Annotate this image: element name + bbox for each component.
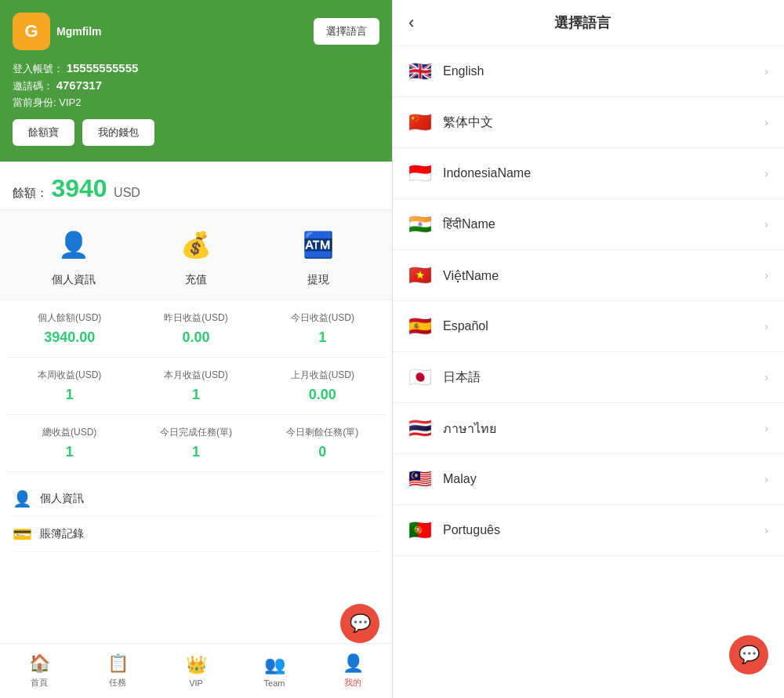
stat-label: 本周收益(USD) — [13, 369, 126, 382]
portuguese-flag: 🇵🇹 — [408, 519, 432, 541]
japanese-flag: 🇯🇵 — [408, 366, 432, 388]
hindi-arrow: › — [764, 218, 768, 231]
stat-cell-personal-balance: 個人餘額(USD) 3940.00 — [6, 300, 132, 358]
bottom-nav: 🏠 首頁 📋 任務 👑 VIP 👥 Team 👤 我的 — [0, 643, 392, 698]
home-nav-label: 首頁 — [31, 677, 48, 689]
stat-label: 昨日收益(USD) — [139, 311, 252, 325]
profile-icon: 👤 — [52, 223, 96, 267]
traditional-chinese-name: 繁体中文 — [443, 115, 764, 131]
transaction-records-label: 賬簿記錄 — [40, 527, 84, 541]
stat-value: 1 — [139, 444, 252, 460]
stat-label: 總收益(USD) — [13, 426, 126, 439]
nav-item-mine[interactable]: 👤 我的 — [314, 647, 392, 695]
lang-item-traditional-chinese[interactable]: 🇨🇳 繁体中文 › — [393, 97, 784, 148]
lang-item-japanese[interactable]: 🇯🇵 日本語 › — [393, 352, 784, 403]
hindi-name: हिंदीName — [443, 217, 764, 231]
back-button[interactable]: ‹ — [408, 13, 414, 33]
vip-row: 當前身份: VIP2 — [13, 96, 379, 110]
withdraw-label: 提現 — [307, 273, 329, 287]
lang-item-hindi[interactable]: 🇮🇳 हिंदीName › — [393, 199, 784, 250]
logo-text: Mgmfilm — [56, 25, 102, 38]
vietnamese-arrow: › — [764, 269, 768, 282]
nav-item-team[interactable]: 👥 Team — [235, 649, 314, 694]
english-flag: 🇬🇧 — [408, 60, 432, 82]
quick-action-recharge[interactable]: 💰 充值 — [135, 223, 257, 287]
menu-items: 👤 個人資訊 💳 賬簿記錄 — [0, 472, 392, 643]
chat-button-right[interactable]: 💬 — [729, 635, 768, 674]
lang-item-indonesia[interactable]: 🇮🇩 IndonesiaName › — [393, 148, 784, 199]
portuguese-arrow: › — [764, 524, 768, 536]
menu-item-transaction-records[interactable]: 💳 賬簿記錄 — [13, 517, 379, 552]
stat-label: 上月收益(USD) — [266, 369, 379, 382]
menu-item-personal-info[interactable]: 👤 個人資訊 — [13, 482, 379, 517]
right-title: 選擇語言 — [426, 13, 739, 32]
stat-value: 1 — [13, 387, 126, 403]
balance-value: 3940 — [51, 174, 107, 202]
quick-action-profile[interactable]: 👤 個人資訊 — [13, 223, 135, 287]
spanish-arrow: › — [764, 320, 768, 333]
personal-info-label: 個人資訊 — [40, 492, 84, 506]
balance-label: 餘額： — [13, 186, 48, 199]
japanese-name: 日本語 — [443, 369, 764, 386]
lang-item-portuguese[interactable]: 🇵🇹 Português › — [393, 505, 784, 556]
my-wallet-button[interactable]: 我的錢包 — [82, 119, 154, 146]
language-button[interactable]: 選擇語言 — [314, 18, 379, 45]
stat-cell-last-month-income: 上月收益(USD) 0.00 — [260, 358, 386, 415]
japanese-arrow: › — [764, 371, 768, 384]
personal-info-icon: 👤 — [13, 489, 32, 508]
stat-value: 1 — [266, 329, 379, 346]
header-top: G Mgmfilm 選擇語言 — [13, 13, 379, 50]
stat-cell-today-tasks: 今日完成任務(單) 1 — [132, 415, 259, 472]
stat-label: 個人餘額(USD) — [13, 311, 126, 325]
wallet-button[interactable]: 餘額寶 — [13, 119, 74, 146]
stat-label: 今日剩餘任務(單) — [266, 426, 379, 439]
stat-value: 3940.00 — [13, 329, 126, 346]
nav-item-tasks[interactable]: 📋 任務 — [78, 647, 157, 695]
header: G Mgmfilm 選擇語言 登入帳號： 15555555555 邀請碼： 47… — [0, 0, 392, 162]
account-row: 登入帳號： 15555555555 — [13, 61, 379, 76]
lang-item-english[interactable]: 🇬🇧 English › — [393, 46, 784, 97]
tasks-nav-label: 任務 — [109, 677, 126, 689]
team-nav-label: Team — [264, 678, 285, 688]
english-arrow: › — [764, 65, 768, 78]
spanish-name: Español — [443, 319, 764, 333]
stats-grid: 個人餘額(USD) 3940.00 昨日收益(USD) 0.00 今日收益(US… — [0, 300, 392, 472]
quick-actions: 👤 個人資訊 💰 充值 🏧 提現 — [0, 210, 392, 300]
team-nav-icon: 👥 — [264, 655, 285, 675]
vip-nav-label: VIP — [189, 678, 203, 688]
tasks-nav-icon: 📋 — [107, 653, 129, 674]
stat-cell-today-income: 今日收益(USD) 1 — [260, 300, 386, 358]
nav-item-vip[interactable]: 👑 VIP — [157, 649, 235, 694]
chat-button-left[interactable]: 💬 — [340, 604, 379, 643]
lang-item-thai[interactable]: 🇹🇭 ภาษาไทย › — [393, 403, 784, 454]
lang-item-malay[interactable]: 🇲🇾 Malay › — [393, 454, 784, 505]
nav-item-home[interactable]: 🏠 首頁 — [0, 647, 78, 695]
logo-icon: G — [13, 13, 50, 50]
stat-cell-week-income: 本周收益(USD) 1 — [6, 358, 132, 415]
stat-value: 1 — [139, 387, 252, 403]
balance-currency: USD — [114, 186, 140, 199]
transaction-records-icon: 💳 — [13, 525, 32, 543]
vip-nav-icon: 👑 — [186, 655, 207, 675]
thai-name: ภาษาไทย — [443, 419, 764, 438]
stat-cell-month-income: 本月收益(USD) 1 — [132, 358, 259, 415]
quick-action-withdraw[interactable]: 🏧 提現 — [257, 223, 379, 287]
profile-label: 個人資訊 — [52, 273, 96, 287]
language-list: 🇬🇧 English › 🇨🇳 繁体中文 › 🇮🇩 IndonesiaName … — [393, 46, 784, 698]
user-info: 登入帳號： 15555555555 邀請碼： 4767317 當前身份: VIP… — [13, 61, 379, 110]
stat-cell-yesterday-income: 昨日收益(USD) 0.00 — [132, 300, 259, 358]
recharge-icon: 💰 — [174, 223, 218, 267]
mine-nav-label: 我的 — [344, 677, 361, 689]
malay-arrow: › — [764, 473, 768, 485]
portuguese-name: Português — [443, 523, 764, 537]
malay-name: Malay — [443, 472, 764, 486]
home-nav-icon: 🏠 — [29, 653, 50, 674]
stat-label: 本月收益(USD) — [139, 369, 252, 382]
lang-item-spanish[interactable]: 🇪🇸 Español › — [393, 301, 784, 352]
stat-value: 0.00 — [139, 329, 252, 346]
lang-item-vietnamese[interactable]: 🇻🇳 ViệtName › — [393, 250, 784, 301]
stat-cell-total-income: 總收益(USD) 1 — [6, 415, 132, 472]
right-panel: ‹ 選擇語言 🇬🇧 English › 🇨🇳 繁体中文 › 🇮🇩 Indones… — [392, 0, 784, 698]
thai-flag: 🇹🇭 — [408, 417, 432, 439]
recharge-label: 充值 — [185, 273, 207, 287]
